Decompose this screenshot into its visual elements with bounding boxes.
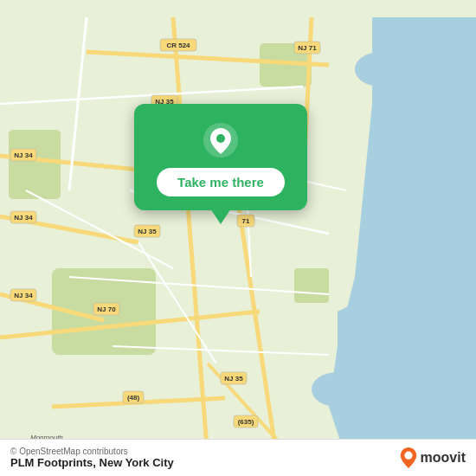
attribution-text: © OpenStreetMap contributors	[10, 447, 174, 456]
svg-text:NJ 34: NJ 34	[14, 292, 33, 299]
footer-left: © OpenStreetMap contributors PLM Footpri…	[10, 447, 174, 469]
svg-text:NJ 34: NJ 34	[14, 214, 33, 222]
map-svg: CR 524 NJ 71 NJ 34 NJ 34 NJ 34 NJ 35 NJ …	[0, 0, 476, 476]
svg-point-2	[355, 52, 407, 87]
svg-point-5	[312, 372, 363, 407]
svg-text:NJ 34: NJ 34	[14, 151, 33, 159]
location-title: PLM Footprints, New York City	[10, 456, 174, 469]
take-me-there-button[interactable]: Take me there	[157, 168, 285, 196]
svg-text:NJ 35: NJ 35	[138, 228, 157, 235]
svg-point-3	[385, 111, 411, 132]
svg-text:NJ 35: NJ 35	[224, 375, 243, 383]
moovit-brand-text: moovit	[421, 450, 466, 466]
footer: © OpenStreetMap contributors PLM Footpri…	[0, 439, 476, 476]
svg-text:(48): (48)	[127, 394, 140, 402]
popup-card: Take me there	[134, 104, 307, 210]
moovit-pin-icon	[400, 447, 417, 468]
svg-text:CR 524: CR 524	[166, 42, 190, 49]
svg-point-56	[404, 452, 412, 460]
moovit-logo: moovit	[400, 447, 466, 468]
map-container: CR 524 NJ 71 NJ 34 NJ 34 NJ 34 NJ 35 NJ …	[0, 0, 476, 476]
location-pin-icon	[202, 121, 240, 159]
svg-point-55	[216, 134, 225, 143]
svg-rect-7	[9, 130, 61, 199]
svg-rect-9	[294, 268, 329, 303]
svg-text:(635): (635)	[238, 418, 254, 426]
svg-text:NJ 70: NJ 70	[97, 306, 116, 313]
svg-text:71: 71	[242, 217, 250, 225]
svg-text:NJ 71: NJ 71	[298, 44, 317, 52]
